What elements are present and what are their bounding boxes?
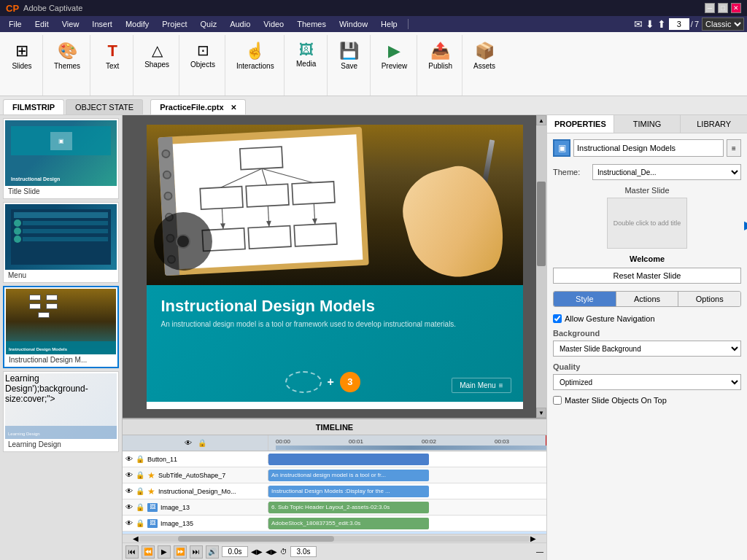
ribbon-btn-text[interactable]: T Text: [96, 38, 128, 74]
hscroll-left-btn[interactable]: ◀: [133, 534, 139, 542]
sub-tab-style[interactable]: Style: [554, 292, 616, 306]
scroll-down-btn[interactable]: ▼: [536, 408, 546, 418]
timeline-ruler-row: 👁 🔒 00:00 00:01 00:02 00:03 END: [123, 435, 546, 451]
gesture-nav-checkbox[interactable]: [553, 314, 562, 323]
filmstrip-slide-3[interactable]: Instructional Design Models Instructiona…: [3, 286, 119, 368]
ribbon-btn-interactions[interactable]: ☝ Interactions: [231, 38, 279, 74]
ribbon-btn-preview[interactable]: ▶ Preview: [376, 38, 413, 74]
track-lock-image13[interactable]: 🔒: [136, 503, 144, 511]
slide-top-image: [147, 125, 523, 285]
track-vis-image135[interactable]: 👁: [125, 519, 133, 527]
hscroll-right-btn[interactable]: ▶: [530, 534, 536, 542]
mode-select[interactable]: Classic: [702, 18, 744, 31]
menu-file[interactable]: File: [3, 18, 28, 30]
interactions-label: Interactions: [236, 62, 274, 70]
scroll-thumb[interactable]: [537, 182, 546, 266]
theme-select[interactable]: Instructional_De...: [592, 164, 741, 180]
reset-master-slide-btn[interactable]: Reset Master Slide: [553, 268, 741, 284]
tl-step-fwd[interactable]: ⏩: [174, 545, 187, 559]
slide-name-menu-btn[interactable]: ≡: [727, 139, 741, 157]
background-select[interactable]: Master Slide Background: [553, 341, 741, 357]
track-lock-idm[interactable]: 🔒: [136, 487, 144, 495]
master-expand-chevron[interactable]: ▶: [744, 218, 747, 232]
icon-msg[interactable]: ✉: [634, 18, 643, 30]
tab-filmstrip[interactable]: FILMSTRIP: [3, 99, 64, 114]
sub-tab-options[interactable]: Options: [678, 292, 740, 306]
main-menu-button[interactable]: Main Menu ≡: [452, 378, 511, 393]
menu-video[interactable]: Video: [258, 18, 290, 30]
timeline-track-button11: 👁 🔒 Button_11: [123, 451, 546, 467]
timeline-ruler: 00:00 00:01 00:02 00:03 END: [268, 435, 546, 451]
menu-audio[interactable]: Audio: [224, 18, 256, 30]
menu-window[interactable]: Window: [333, 18, 374, 30]
track-label-image13: 👁 🔒 🖼 Image_13: [123, 503, 268, 512]
sub-tab-actions[interactable]: Actions: [616, 292, 679, 306]
close-btn[interactable]: ✕: [731, 3, 741, 13]
canvas-area: Instructional Design Models An instructi…: [123, 115, 546, 560]
menu-view[interactable]: View: [56, 18, 85, 30]
ribbon-btn-slides[interactable]: ⊞ Slides: [6, 38, 38, 74]
menu-project[interactable]: Project: [156, 18, 193, 30]
dashed-nav-circle[interactable]: [285, 371, 322, 393]
tl-play[interactable]: ▶: [158, 545, 171, 559]
menu-edit[interactable]: Edit: [29, 18, 55, 30]
style-tabs: Style Actions Options: [553, 291, 741, 307]
assets-label: Assets: [473, 62, 495, 70]
menu-quiz[interactable]: Quiz: [195, 18, 223, 30]
track-vis-idm[interactable]: 👁: [125, 487, 133, 495]
file-tab-close[interactable]: ✕: [231, 104, 236, 112]
ribbon-btn-objects[interactable]: ⊡ Objects: [185, 38, 220, 72]
track-lock-subtitle[interactable]: 🔒: [136, 471, 144, 479]
tab-object-state[interactable]: OBJECT STATE: [66, 99, 143, 114]
tl-step-back[interactable]: ⏪: [142, 545, 155, 559]
timeline-hscroll[interactable]: ◀ ▶: [123, 534, 546, 542]
track-lock-button11[interactable]: 🔒: [136, 455, 144, 463]
prop-tab-properties[interactable]: PROPERTIES: [547, 115, 614, 133]
track-vis-button11[interactable]: 👁: [125, 455, 133, 463]
menu-themes[interactable]: Themes: [291, 18, 332, 30]
interactions-icon: ☝: [245, 42, 265, 61]
tl-skip-end[interactable]: ⏭: [190, 545, 203, 559]
plus-icon[interactable]: +: [328, 376, 334, 389]
ribbon-btn-publish[interactable]: 📤 Publish: [423, 38, 457, 74]
ribbon-btn-shapes[interactable]: △ Shapes: [139, 38, 174, 72]
ribbon-group-slides: ⊞ Slides: [1, 35, 43, 96]
svg-rect-1: [200, 186, 243, 209]
quality-select[interactable]: Optimized: [553, 374, 741, 390]
filmstrip-slide-4[interactable]: Learning Design');background-size:cover;…: [3, 371, 119, 452]
tab-file[interactable]: PracticeFile.cptx ✕: [150, 99, 246, 114]
tl-time-sep2: ◀▶: [266, 548, 277, 556]
menu-insert[interactable]: Insert: [86, 18, 118, 30]
ribbon-group-interactions: ☝ Interactions: [227, 35, 285, 96]
window-controls[interactable]: ─ □ ✕: [705, 3, 741, 13]
svg-rect-5: [248, 225, 291, 249]
icon-up[interactable]: ⬆: [657, 18, 666, 30]
track-vis-subtitle[interactable]: 👁: [125, 471, 133, 479]
ribbon-btn-themes[interactable]: 🎨 Themes: [49, 38, 85, 74]
tl-skip-start[interactable]: ⏮: [125, 545, 139, 559]
waveform: [276, 446, 546, 450]
ribbon-btn-media[interactable]: 🖼 Media: [290, 38, 322, 71]
ribbon-btn-assets[interactable]: 📦 Assets: [468, 38, 500, 74]
ribbon-btn-save[interactable]: 💾 Save: [333, 38, 365, 74]
prop-tab-library[interactable]: LIBRARY: [681, 115, 747, 133]
slide-number-input[interactable]: [669, 18, 689, 30]
master-slide-preview[interactable]: Double click to add title: [607, 198, 687, 249]
filmstrip-slide-2[interactable]: Menu: [3, 202, 119, 283]
track-label-idm: 👁 🔒 ★ Instructional_Design_Mo...: [123, 486, 268, 497]
filmstrip-slide-1[interactable]: ▣ Instructional Design Title Slide: [3, 118, 119, 199]
minimize-btn[interactable]: ─: [705, 3, 715, 13]
track-vis-image13[interactable]: 👁: [125, 503, 133, 511]
scroll-up-btn[interactable]: ▲: [536, 115, 546, 125]
hscroll-thumb[interactable]: [178, 536, 335, 542]
master-objects-checkbox[interactable]: [553, 396, 562, 405]
slide-vertical-scroll[interactable]: ▲ ▼: [536, 115, 546, 418]
menu-modify[interactable]: Modify: [120, 18, 155, 30]
restore-btn[interactable]: □: [718, 3, 728, 13]
icon-down[interactable]: ⬇: [646, 18, 654, 30]
prop-tab-timing[interactable]: TIMING: [614, 115, 681, 133]
tl-audio[interactable]: 🔊: [206, 545, 219, 559]
slide-name-input[interactable]: [573, 139, 724, 157]
track-lock-image135[interactable]: 🔒: [136, 519, 144, 527]
menu-help[interactable]: Help: [375, 18, 403, 30]
